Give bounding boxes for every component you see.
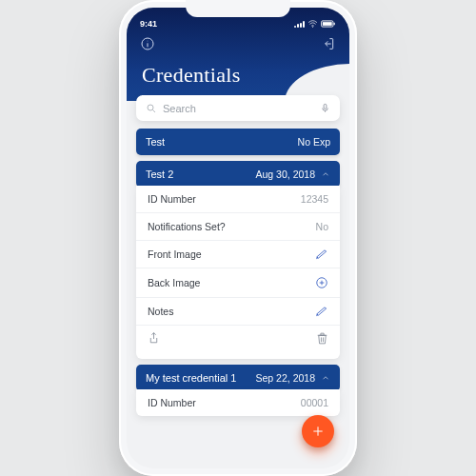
field-row-notifications[interactable]: Notifications Set? No (136, 213, 340, 241)
credential-header[interactable]: My test credential 1 Sep 22, 2018 (136, 365, 340, 391)
svg-rect-2 (323, 22, 332, 26)
content: Test No Exp Test 2 Aug 30, 2018 ID Numbe… (127, 95, 349, 468)
svg-point-6 (148, 41, 149, 42)
app-bar (127, 30, 349, 59)
mic-icon[interactable] (320, 102, 330, 114)
add-circle-icon (315, 276, 328, 289)
field-value: 12345 (301, 193, 328, 205)
chevron-up-icon (321, 169, 330, 179)
field-label: Back Image (148, 277, 200, 288)
delete-button[interactable] (316, 331, 328, 349)
field-label: Front Image (148, 248, 202, 260)
chevron-up-icon (321, 373, 330, 383)
search-input[interactable] (163, 103, 314, 114)
app-header: 9:41 Credentials (127, 8, 349, 101)
field-label: Notifications Set? (148, 221, 226, 232)
credential-expiry: No Exp (298, 136, 330, 148)
credential-name: Test (146, 136, 165, 148)
wifi-icon (307, 20, 318, 28)
credential-header[interactable]: Test 2 Aug 30, 2018 (136, 161, 340, 188)
add-fab[interactable] (302, 415, 334, 447)
field-label: ID Number (148, 193, 196, 205)
field-value: 00001 (301, 397, 328, 408)
credential-name: Test 2 (146, 169, 173, 180)
credential-card: ID Number 12345 Notifications Set? No Fr… (136, 186, 340, 359)
phone-frame: 9:41 Credentials (119, 0, 357, 476)
field-row-id-number[interactable]: ID Number 12345 (136, 186, 340, 213)
info-icon (140, 36, 155, 51)
field-label: Notes (148, 306, 173, 317)
logout-icon (321, 36, 336, 51)
logout-button[interactable] (321, 36, 336, 55)
plus-icon (310, 424, 326, 439)
search-bar[interactable] (136, 95, 340, 121)
status-right (294, 20, 336, 28)
credential-name: My test credential 1 (146, 372, 236, 384)
field-label: ID Number (148, 397, 196, 408)
credential-card: ID Number 00001 (136, 389, 340, 416)
battery-icon (321, 20, 336, 28)
credential-expiry: Sep 22, 2018 (256, 372, 315, 384)
field-value: No (316, 221, 328, 232)
svg-rect-3 (334, 23, 335, 25)
svg-point-0 (312, 27, 313, 28)
trash-icon (316, 331, 328, 346)
svg-rect-9 (324, 104, 327, 109)
edit-icon (315, 248, 328, 260)
edit-icon (315, 306, 328, 317)
field-row-front-image[interactable]: Front Image (136, 241, 340, 268)
credential-header[interactable]: Test No Exp (136, 129, 340, 155)
device-notch (186, 0, 290, 17)
svg-line-8 (153, 109, 156, 112)
field-row-notes[interactable]: Notes (136, 298, 340, 326)
search-icon (146, 103, 157, 114)
status-time: 9:41 (140, 19, 157, 29)
field-row-id-number[interactable]: ID Number 00001 (136, 389, 340, 416)
share-icon (148, 331, 160, 346)
card-actions (136, 326, 340, 355)
field-row-back-image[interactable]: Back Image (136, 268, 340, 298)
signal-icon (294, 21, 305, 28)
share-button[interactable] (148, 331, 160, 349)
credential-expiry: Aug 30, 2018 (256, 169, 315, 180)
screen: 9:41 Credentials (127, 8, 349, 468)
info-button[interactable] (140, 36, 155, 55)
svg-point-7 (148, 105, 153, 110)
